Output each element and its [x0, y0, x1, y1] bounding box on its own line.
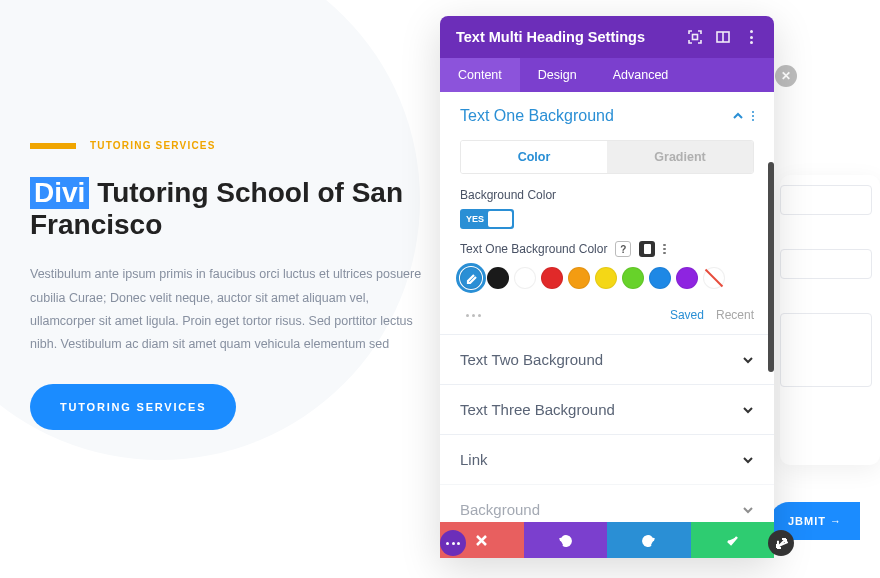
toggle-knob: [488, 211, 512, 227]
section-text-two-bg[interactable]: Text Two Background: [440, 334, 774, 384]
tab-advanced[interactable]: Advanced: [595, 58, 687, 92]
swatch[interactable]: [622, 267, 644, 289]
eyebrow-text: TUTORING SERVICES: [90, 140, 216, 151]
form-input[interactable]: [780, 185, 872, 215]
cta-button[interactable]: TUTORING SERVICES: [30, 384, 236, 430]
header-icons: [688, 30, 758, 44]
svg-rect-3: [644, 244, 651, 254]
swatch-none[interactable]: [703, 267, 725, 289]
subtabs: Color Gradient: [460, 140, 754, 174]
hero-section: TUTORING SERVICES Divi Tutoring School o…: [30, 140, 430, 430]
chevron-down-icon: [742, 404, 754, 416]
section-title: Text Three Background: [460, 401, 615, 418]
section-title: Link: [460, 451, 488, 468]
undo-button[interactable]: [524, 522, 608, 558]
recent-link[interactable]: Recent: [716, 308, 754, 322]
save-button[interactable]: [691, 522, 775, 558]
close-icon[interactable]: ✕: [775, 65, 797, 87]
swatch[interactable]: [568, 267, 590, 289]
scrollbar[interactable]: [768, 162, 774, 372]
panel-tabs: Content Design Advanced: [440, 58, 774, 92]
form-textarea[interactable]: [780, 313, 872, 387]
hero-body: Vestibulum ante ipsum primis in faucibus…: [30, 263, 430, 356]
section-title: Text One Background: [460, 107, 614, 125]
settings-panel: Text Multi Heading Settings Content Desi…: [440, 16, 774, 558]
field-more-icon[interactable]: [663, 244, 666, 255]
page-title: Divi Tutoring School of San Francisco: [30, 177, 430, 241]
toggle-label: YES: [466, 214, 484, 224]
swatch[interactable]: [541, 267, 563, 289]
field-bg-color: Background Color YES: [440, 188, 774, 241]
field-label: Background Color: [460, 188, 754, 202]
more-icon[interactable]: [744, 30, 758, 44]
section-title: Background: [460, 501, 540, 518]
swatch[interactable]: [487, 267, 509, 289]
swatch[interactable]: [514, 267, 536, 289]
chevron-down-icon: [742, 454, 754, 466]
form-card: [780, 175, 880, 465]
form-input[interactable]: [780, 249, 872, 279]
field-text-one-bg-color: Text One Background Color ?: [440, 241, 774, 301]
swatch[interactable]: [649, 267, 671, 289]
section-text-one-bg[interactable]: Text One Background: [440, 92, 774, 140]
columns-icon[interactable]: [716, 30, 730, 44]
eyebrow-row: TUTORING SERVICES: [30, 140, 430, 151]
accent-bar: [30, 143, 76, 149]
subtab-gradient[interactable]: Gradient: [607, 141, 753, 173]
help-icon[interactable]: ?: [615, 241, 631, 257]
section-more-icon[interactable]: [752, 111, 755, 122]
module-fab[interactable]: [440, 530, 466, 556]
tab-content[interactable]: Content: [440, 58, 520, 92]
swatch[interactable]: [676, 267, 698, 289]
title-highlight[interactable]: Divi: [30, 177, 89, 209]
section-title: Text Two Background: [460, 351, 603, 368]
tab-design[interactable]: Design: [520, 58, 595, 92]
field-label: Text One Background Color: [460, 242, 607, 256]
device-icon[interactable]: [639, 241, 655, 257]
redo-button[interactable]: [607, 522, 691, 558]
color-swatches: [460, 267, 754, 289]
chevron-down-icon: [742, 354, 754, 366]
bg-color-toggle[interactable]: YES: [460, 209, 514, 229]
panel-body: Text One Background Color Gradient Backg…: [440, 92, 774, 522]
panel-header: Text Multi Heading Settings: [440, 16, 774, 58]
section-link[interactable]: Link: [440, 434, 774, 484]
swatch-footer: Saved Recent: [440, 301, 774, 334]
section-text-three-bg[interactable]: Text Three Background: [440, 384, 774, 434]
expand-fab[interactable]: [768, 530, 794, 556]
chevron-up-icon[interactable]: [732, 110, 744, 122]
subtab-color[interactable]: Color: [461, 141, 607, 173]
panel-title: Text Multi Heading Settings: [456, 29, 645, 45]
swatch-more-icon[interactable]: [466, 314, 481, 317]
section-background[interactable]: Background: [440, 484, 774, 522]
saved-link[interactable]: Saved: [670, 308, 704, 322]
chevron-down-icon: [742, 504, 754, 516]
swatch-eyedropper[interactable]: [460, 267, 482, 289]
svg-rect-0: [693, 35, 698, 40]
expand-icon[interactable]: [688, 30, 702, 44]
panel-actions: [440, 522, 774, 558]
swatch[interactable]: [595, 267, 617, 289]
